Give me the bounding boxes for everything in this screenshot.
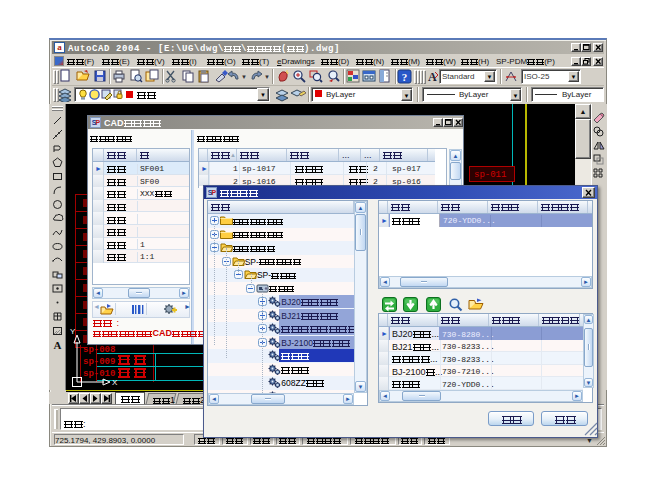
svg-text:A: A: [54, 339, 62, 351]
svg-text:Y: Y: [70, 327, 76, 336]
svg-text:X: X: [112, 378, 118, 387]
svg-text:?: ?: [402, 71, 408, 83]
